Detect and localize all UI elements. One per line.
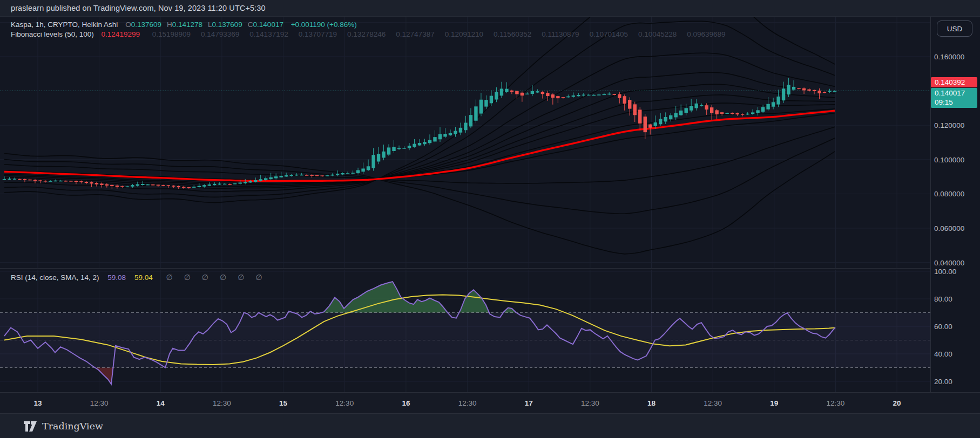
symbol-legend: Kaspa, 1h, CRYPTO, Heikin Ashi O0.137609… xyxy=(11,20,357,29)
fib-level-value: 0.10701405 xyxy=(590,30,628,38)
fib-level-value: 0.11130879 xyxy=(542,30,579,38)
ohlc-values: O0.137609H0.141278L0.137609C0.140017 xyxy=(120,20,283,29)
fibonacci-legend: Fibonacci levels (50, 100) 0.12419299 0.… xyxy=(11,30,726,38)
last-price-value: 0.140017 xyxy=(935,88,977,98)
last-price-badge: 0.140017 09:15 xyxy=(931,88,977,108)
rsi-tick: 40.00 xyxy=(934,350,952,358)
empty-set-icon: ∅ xyxy=(255,273,262,282)
empty-set-icon: ∅ xyxy=(220,273,226,282)
bar-countdown: 09:15 xyxy=(935,98,977,107)
time-tick: 19 xyxy=(770,399,778,407)
fib-level-value: 0.10045228 xyxy=(638,30,677,38)
ohlc-value: 0.137609 xyxy=(212,20,242,29)
fib-level-value: 0.12747387 xyxy=(396,30,434,38)
change-value: +0.001190 (+0.86%) xyxy=(291,20,357,29)
fib-level-value: 0.13278246 xyxy=(347,30,386,38)
time-tick: 12:30 xyxy=(213,399,231,407)
fib-level-value: 0.13707719 xyxy=(299,30,337,38)
price-tick: 0.100000 xyxy=(934,155,964,163)
price-tick: 0.120000 xyxy=(934,121,964,129)
ohlc-label: C xyxy=(248,20,253,29)
time-tick: 17 xyxy=(525,399,533,407)
currency-button[interactable]: USD xyxy=(937,20,972,37)
time-tick: 16 xyxy=(402,399,410,407)
time-tick: 18 xyxy=(647,399,655,407)
empty-set-icons: ∅∅∅∅∅∅ xyxy=(154,273,262,282)
time-tick: 12:30 xyxy=(90,399,109,407)
time-tick: 12:30 xyxy=(458,399,477,407)
high-price-badge: 0.140392 xyxy=(931,77,977,87)
ohlc-label: L xyxy=(208,20,212,29)
time-tick: 13 xyxy=(33,399,42,407)
tradingview-logo-text: TradingView xyxy=(42,421,103,432)
fib-values: 0.151989090.147933690.141371920.13707719… xyxy=(142,30,726,38)
chart-canvas[interactable] xyxy=(0,0,980,438)
empty-set-icon: ∅ xyxy=(184,273,191,282)
empty-set-icon: ∅ xyxy=(202,273,208,282)
footer-bar: TradingView xyxy=(0,413,980,438)
fib-level-value: 0.09639689 xyxy=(687,30,725,38)
rsi-legend: RSI (14, close, SMA, 14, 2) 59.08 59.04 … xyxy=(11,273,262,282)
time-tick: 20 xyxy=(893,399,901,407)
fib-level-value: 0.11560352 xyxy=(494,30,531,38)
time-tick: 12:30 xyxy=(335,399,354,407)
time-tick: 12:30 xyxy=(704,399,722,407)
tradingview-snapshot: praslearn published on TradingView.com, … xyxy=(0,0,980,438)
time-tick: 12:30 xyxy=(581,399,599,407)
ohlc-label: O xyxy=(125,20,131,29)
tradingview-logo-icon xyxy=(24,421,37,432)
empty-set-icon: ∅ xyxy=(238,273,244,282)
rsi-tick: 100.00 xyxy=(934,268,956,276)
fib-title: Fibonacci levels (50, 100) xyxy=(11,30,94,38)
empty-set-icon: ∅ xyxy=(166,273,172,282)
time-tick: 15 xyxy=(279,399,287,407)
time-tick: 12:30 xyxy=(827,399,845,407)
price-tick: 0.040000 xyxy=(934,258,964,266)
price-tick: 0.160000 xyxy=(934,53,964,61)
ohlc-value: 0.140017 xyxy=(253,20,283,29)
price-tick: 0.080000 xyxy=(934,190,964,198)
ohlc-value: 0.141278 xyxy=(172,20,202,29)
symbol-title: Kaspa, 1h, CRYPTO, Heikin Ashi xyxy=(11,20,118,29)
rsi-tick: 80.00 xyxy=(934,295,952,303)
high-price-value: 0.140392 xyxy=(935,78,965,86)
price-tick: 0.060000 xyxy=(934,224,964,232)
time-tick: 14 xyxy=(157,399,165,407)
fib-level-value: 0.14137192 xyxy=(249,30,288,38)
fib-level-value: 0.12091210 xyxy=(445,30,483,38)
rsi-value: 59.08 xyxy=(107,273,126,282)
fib-level-value: 0.15198909 xyxy=(152,30,191,38)
ohlc-value: 0.137609 xyxy=(131,20,161,29)
rsi-title: RSI (14, close, SMA, 14, 2) xyxy=(11,273,99,282)
ohlc-label: H xyxy=(167,20,172,29)
fib-level-value: 0.14793369 xyxy=(201,30,239,38)
rsi-sma-value: 59.04 xyxy=(134,273,153,282)
fib-primary-value: 0.12419299 xyxy=(102,30,140,38)
rsi-tick: 60.00 xyxy=(934,323,952,331)
tradingview-logo[interactable]: TradingView xyxy=(24,421,103,432)
rsi-tick: 20.00 xyxy=(934,378,952,386)
